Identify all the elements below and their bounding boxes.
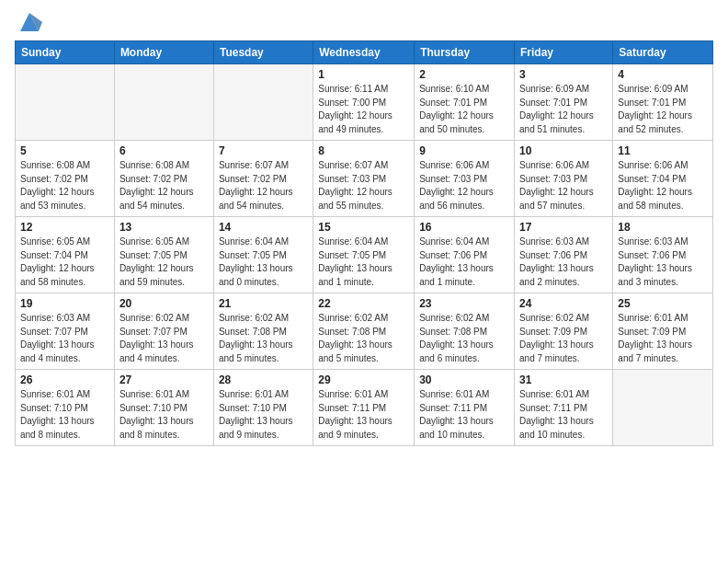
day-info: Sunrise: 6:05 AM Sunset: 7:04 PM Dayligh… [20,236,109,289]
day-number: 19 [20,297,109,310]
calendar-cell: 7Sunrise: 6:07 AM Sunset: 7:02 PM Daylig… [213,141,313,217]
day-info: Sunrise: 6:04 AM Sunset: 7:06 PM Dayligh… [419,236,509,289]
day-number: 29 [318,373,409,386]
day-number: 17 [519,221,608,234]
day-number: 15 [318,221,409,234]
calendar-cell: 11Sunrise: 6:06 AM Sunset: 7:04 PM Dayli… [613,141,713,217]
day-info: Sunrise: 6:01 AM Sunset: 7:11 PM Dayligh… [419,388,509,442]
day-info: Sunrise: 6:09 AM Sunset: 7:01 PM Dayligh… [519,83,608,136]
logo-icon [17,9,42,35]
day-info: Sunrise: 6:01 AM Sunset: 7:11 PM Dayligh… [519,388,608,442]
day-number: 16 [419,221,509,234]
calendar-week-row: 5Sunrise: 6:08 AM Sunset: 7:02 PM Daylig… [16,141,713,217]
calendar-cell: 1Sunrise: 6:11 AM Sunset: 7:00 PM Daylig… [313,64,415,141]
weekday-header-tuesday: Tuesday [213,41,313,64]
day-info: Sunrise: 6:08 AM Sunset: 7:02 PM Dayligh… [20,159,109,213]
day-number: 1 [318,68,409,81]
calendar-cell: 17Sunrise: 6:03 AM Sunset: 7:06 PM Dayli… [515,217,613,293]
weekday-header-sunday: Sunday [16,41,115,64]
logo [15,9,42,35]
calendar-cell [613,370,713,446]
calendar-cell: 27Sunrise: 6:01 AM Sunset: 7:10 PM Dayli… [114,370,213,446]
calendar-cell [213,64,313,141]
calendar-cell: 5Sunrise: 6:08 AM Sunset: 7:02 PM Daylig… [16,141,115,217]
calendar-cell: 6Sunrise: 6:08 AM Sunset: 7:02 PM Daylig… [114,141,213,217]
page-header [15,9,713,35]
day-number: 3 [519,68,608,81]
day-number: 7 [219,144,308,157]
calendar-cell: 2Sunrise: 6:10 AM Sunset: 7:01 PM Daylig… [415,64,515,141]
day-number: 27 [119,373,209,386]
weekday-header-row: SundayMondayTuesdayWednesdayThursdayFrid… [16,41,713,64]
day-info: Sunrise: 6:01 AM Sunset: 7:10 PM Dayligh… [119,388,209,442]
day-info: Sunrise: 6:11 AM Sunset: 7:00 PM Dayligh… [318,83,409,136]
day-number: 18 [618,221,708,234]
day-number: 12 [20,221,109,234]
day-info: Sunrise: 6:01 AM Sunset: 7:11 PM Dayligh… [318,388,409,442]
calendar-week-row: 1Sunrise: 6:11 AM Sunset: 7:00 PM Daylig… [16,64,713,141]
day-number: 6 [119,144,209,157]
day-info: Sunrise: 6:06 AM Sunset: 7:04 PM Dayligh… [618,159,708,213]
calendar-table: SundayMondayTuesdayWednesdayThursdayFrid… [15,40,713,446]
weekday-header-wednesday: Wednesday [313,41,415,64]
day-number: 21 [219,297,308,310]
day-info: Sunrise: 6:03 AM Sunset: 7:06 PM Dayligh… [519,236,608,289]
day-number: 5 [20,144,109,157]
calendar-page: SundayMondayTuesdayWednesdayThursdayFrid… [0,0,728,563]
calendar-cell: 21Sunrise: 6:02 AM Sunset: 7:08 PM Dayli… [213,293,313,370]
calendar-cell [16,64,115,141]
calendar-cell: 19Sunrise: 6:03 AM Sunset: 7:07 PM Dayli… [16,293,115,370]
day-info: Sunrise: 6:03 AM Sunset: 7:07 PM Dayligh… [20,312,109,365]
day-info: Sunrise: 6:04 AM Sunset: 7:05 PM Dayligh… [318,236,409,289]
day-info: Sunrise: 6:07 AM Sunset: 7:03 PM Dayligh… [318,159,409,213]
calendar-cell: 28Sunrise: 6:01 AM Sunset: 7:10 PM Dayli… [213,370,313,446]
day-number: 2 [419,68,509,81]
calendar-cell: 4Sunrise: 6:09 AM Sunset: 7:01 PM Daylig… [613,64,713,141]
calendar-cell: 13Sunrise: 6:05 AM Sunset: 7:05 PM Dayli… [114,217,213,293]
calendar-cell: 15Sunrise: 6:04 AM Sunset: 7:05 PM Dayli… [313,217,415,293]
day-info: Sunrise: 6:02 AM Sunset: 7:08 PM Dayligh… [219,312,308,365]
day-number: 4 [618,68,708,81]
weekday-header-thursday: Thursday [415,41,515,64]
day-number: 22 [318,297,409,310]
day-number: 24 [519,297,608,310]
day-number: 11 [618,144,708,157]
weekday-header-monday: Monday [114,41,213,64]
calendar-week-row: 19Sunrise: 6:03 AM Sunset: 7:07 PM Dayli… [16,293,713,370]
calendar-cell: 3Sunrise: 6:09 AM Sunset: 7:01 PM Daylig… [515,64,613,141]
day-number: 14 [219,221,308,234]
day-info: Sunrise: 6:10 AM Sunset: 7:01 PM Dayligh… [419,83,509,136]
weekday-header-saturday: Saturday [613,41,713,64]
calendar-cell: 22Sunrise: 6:02 AM Sunset: 7:08 PM Dayli… [313,293,415,370]
day-info: Sunrise: 6:07 AM Sunset: 7:02 PM Dayligh… [219,159,308,213]
calendar-cell: 24Sunrise: 6:02 AM Sunset: 7:09 PM Dayli… [515,293,613,370]
day-info: Sunrise: 6:08 AM Sunset: 7:02 PM Dayligh… [119,159,209,213]
calendar-cell: 12Sunrise: 6:05 AM Sunset: 7:04 PM Dayli… [16,217,115,293]
day-number: 26 [20,373,109,386]
calendar-cell: 31Sunrise: 6:01 AM Sunset: 7:11 PM Dayli… [515,370,613,446]
day-info: Sunrise: 6:01 AM Sunset: 7:09 PM Dayligh… [618,312,708,365]
day-info: Sunrise: 6:03 AM Sunset: 7:06 PM Dayligh… [618,236,708,289]
calendar-cell: 16Sunrise: 6:04 AM Sunset: 7:06 PM Dayli… [415,217,515,293]
day-number: 23 [419,297,509,310]
calendar-cell [114,64,213,141]
calendar-cell: 26Sunrise: 6:01 AM Sunset: 7:10 PM Dayli… [16,370,115,446]
calendar-week-row: 26Sunrise: 6:01 AM Sunset: 7:10 PM Dayli… [16,370,713,446]
day-number: 25 [618,297,708,310]
calendar-cell: 14Sunrise: 6:04 AM Sunset: 7:05 PM Dayli… [213,217,313,293]
calendar-cell: 23Sunrise: 6:02 AM Sunset: 7:08 PM Dayli… [415,293,515,370]
day-info: Sunrise: 6:02 AM Sunset: 7:08 PM Dayligh… [318,312,409,365]
day-number: 13 [119,221,209,234]
calendar-cell: 29Sunrise: 6:01 AM Sunset: 7:11 PM Dayli… [313,370,415,446]
calendar-cell: 8Sunrise: 6:07 AM Sunset: 7:03 PM Daylig… [313,141,415,217]
day-info: Sunrise: 6:01 AM Sunset: 7:10 PM Dayligh… [219,388,308,442]
day-number: 30 [419,373,509,386]
day-number: 28 [219,373,308,386]
day-number: 31 [519,373,608,386]
day-number: 20 [119,297,209,310]
calendar-cell: 20Sunrise: 6:02 AM Sunset: 7:07 PM Dayli… [114,293,213,370]
day-info: Sunrise: 6:06 AM Sunset: 7:03 PM Dayligh… [419,159,509,213]
weekday-header-friday: Friday [515,41,613,64]
day-number: 10 [519,144,608,157]
day-info: Sunrise: 6:02 AM Sunset: 7:08 PM Dayligh… [419,312,509,365]
